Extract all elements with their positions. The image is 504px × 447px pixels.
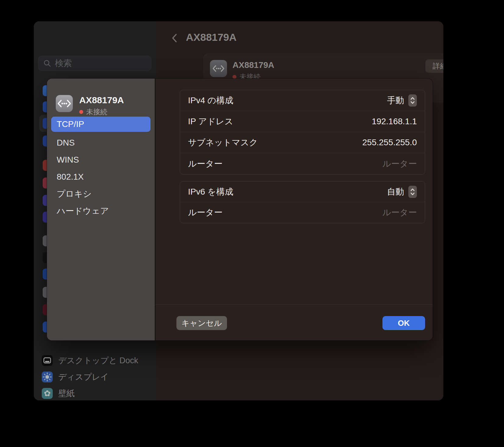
form-row-router: ルーター ルーター <box>180 153 425 174</box>
ethernet-adapter-icon <box>210 60 227 77</box>
tab-tcp-ip[interactable]: TCP/IP <box>51 117 151 132</box>
row-label: IP アドレス <box>188 116 367 127</box>
ethernet-adapter-icon <box>56 95 73 112</box>
router-field[interactable]: ルーター <box>382 158 417 170</box>
tab-802-1x[interactable]: 802.1X <box>51 169 151 185</box>
sidebar-item-desktop-dock[interactable]: デスクトップと Dock <box>42 355 138 366</box>
tab-wins[interactable]: WINS <box>51 152 151 167</box>
footer-divider <box>155 304 433 305</box>
search-placeholder: 検索 <box>55 58 72 69</box>
ipv6-config-popup-stepper[interactable] <box>408 186 417 198</box>
form-row-ipv6-config: IPv6 を構成 自動 <box>180 181 425 202</box>
form-row-ip-address: IP アドレス 192.168.1.1 <box>180 111 425 132</box>
form-row-subnet-mask: サブネットマスク 255.255.255.0 <box>180 132 425 153</box>
row-label: ルーター <box>188 158 378 170</box>
ok-button[interactable]: OK <box>382 316 425 330</box>
status-dot <box>79 110 83 114</box>
tcpip-settings-sheet: AX88179A 未接続 TCP/IP DNS WINS 802.1X プロキシ… <box>47 79 433 340</box>
device-name: AX88179A <box>79 95 124 105</box>
form-row-ipv6-router: ルーター ルーター <box>180 202 425 223</box>
search-input[interactable]: 検索 <box>38 56 151 71</box>
service-name: AX88179A <box>232 60 274 70</box>
ipv4-config-popup-stepper[interactable] <box>408 94 417 107</box>
row-label: IPv6 を構成 <box>188 186 383 198</box>
device-status: 未接続 <box>79 107 107 117</box>
sidebar-item-label: デスクトップと Dock <box>58 355 138 366</box>
tab-hardware[interactable]: ハードウェア <box>51 203 151 219</box>
tab-dns[interactable]: DNS <box>51 135 151 150</box>
sidebar-item-wallpaper[interactable]: ✿ 壁紙 <box>42 388 75 399</box>
screen: 検索 デスクトップと Dock <box>0 0 504 447</box>
system-settings-window: 検索 デスクトップと Dock <box>34 21 443 400</box>
wallpaper-icon: ✿ <box>42 388 53 399</box>
back-button[interactable] <box>171 32 180 44</box>
ipv6-group: IPv6 を構成 自動 ルーター ルーター <box>180 181 425 223</box>
ipv6-router-field[interactable]: ルーター <box>382 207 417 218</box>
desktop-dock-icon <box>42 355 53 366</box>
row-label: ルーター <box>188 207 378 218</box>
display-icon <box>42 371 53 382</box>
cancel-button[interactable]: キャンセル <box>176 316 227 330</box>
ipv6-config-value: 自動 <box>387 186 404 198</box>
sidebar-item-label: ディスプレイ <box>58 371 109 382</box>
tab-proxy[interactable]: プロキシ <box>51 186 151 202</box>
subnet-mask-field[interactable]: 255.255.255.0 <box>362 138 417 147</box>
row-label: サブネットマスク <box>188 137 358 148</box>
sheet-sidebar: AX88179A 未接続 TCP/IP DNS WINS 802.1X プロキシ… <box>47 79 155 340</box>
page-title: AX88179A <box>186 31 236 43</box>
details-button[interactable]: 詳細... <box>425 59 443 73</box>
sidebar-item-display[interactable]: ディスプレイ <box>42 371 109 382</box>
status-label: 未接続 <box>86 107 107 117</box>
sheet-content: IPv4 の構成 手動 IP アドレス 192.168.1.1 サブネットマスク… <box>155 79 433 340</box>
form-row-ipv4-config: IPv4 の構成 手動 <box>180 90 425 111</box>
row-label: IPv4 の構成 <box>188 95 383 106</box>
sidebar-item-label: 壁紙 <box>58 388 75 399</box>
ipv4-group: IPv4 の構成 手動 IP アドレス 192.168.1.1 サブネットマスク… <box>180 90 425 174</box>
search-icon <box>43 59 51 67</box>
ip-address-field[interactable]: 192.168.1.1 <box>372 117 417 126</box>
ipv4-config-value: 手動 <box>387 95 404 106</box>
